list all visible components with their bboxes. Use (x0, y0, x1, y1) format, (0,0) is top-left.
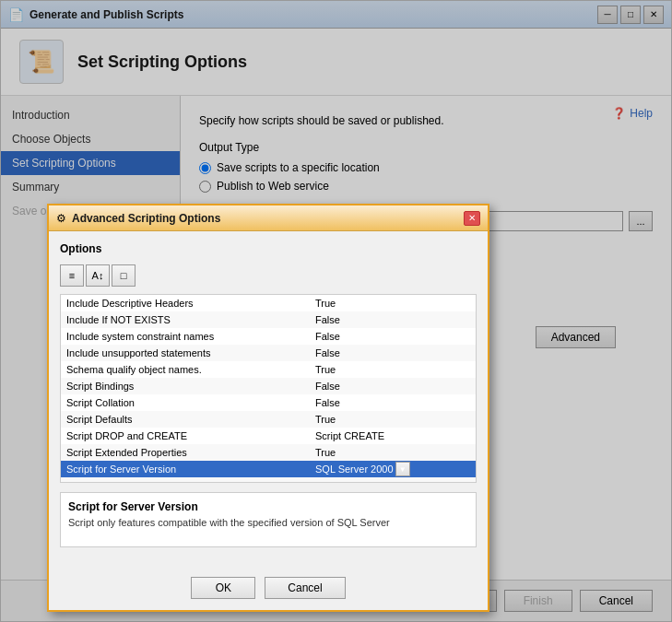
table-row[interactable]: Script DefaultsTrue (61, 411, 476, 428)
option-name: Include system constraint names (61, 328, 310, 345)
table-row[interactable]: Script for Server VersionSQL Server 2000… (61, 461, 476, 477)
option-name: Schema qualify object names. (61, 361, 310, 378)
dialog-title: Advanced Scripting Options (72, 212, 458, 225)
option-name: Script Extended Properties (61, 444, 310, 461)
option-value: True (310, 411, 476, 428)
dialog-ok-button[interactable]: OK (191, 577, 255, 599)
option-value: True (310, 295, 476, 311)
dialog-title-bar: ⚙ Advanced Scripting Options ✕ (49, 205, 488, 231)
table-row[interactable]: Script BindingsFalse (61, 378, 476, 394)
table-row[interactable]: Include unsupported statementsFalse (61, 345, 476, 361)
option-name: Script DROP and CREATE (61, 428, 310, 444)
option-name: Script for Server Version (61, 461, 310, 477)
table-row[interactable]: Script DROP and CREATEScript CREATE (61, 428, 476, 444)
toolbar-az-btn[interactable]: A↕ (86, 264, 110, 287)
main-window: 📄 Generate and Publish Scripts ─ □ ✕ 📜 S… (0, 0, 672, 622)
toolbar-sort-btn[interactable]: ≡ (60, 264, 84, 287)
option-value: False (310, 311, 476, 328)
dialog-body: Options ≡ A↕ □ Include Descriptive Heade… (49, 231, 488, 569)
option-name: Include unsupported statements (61, 345, 310, 361)
option-value: True (310, 361, 476, 378)
dropdown-arrow-icon[interactable]: ▼ (395, 462, 410, 476)
option-name: Script Defaults (61, 411, 310, 428)
option-name: Script for the database engine type (61, 477, 310, 483)
table-row[interactable]: Include system constraint namesFalse (61, 328, 476, 345)
table-row[interactable]: Include Descriptive HeadersTrue (61, 295, 476, 311)
table-row[interactable]: Script Extended PropertiesTrue (61, 444, 476, 461)
option-value: False (310, 378, 476, 394)
option-value: Script CREATE (310, 428, 476, 444)
options-label: Options (60, 242, 477, 255)
options-toolbar: ≡ A↕ □ (60, 264, 477, 287)
description-title: Script for Server Version (68, 500, 468, 513)
table-row[interactable]: Schema qualify object names.True (61, 361, 476, 378)
options-table: Include Descriptive HeadersTrueInclude I… (61, 295, 476, 483)
dialog-close-button[interactable]: ✕ (464, 211, 480, 226)
dialog-overlay: ⚙ Advanced Scripting Options ✕ Options ≡… (1, 1, 671, 621)
option-name: Include If NOT EXISTS (61, 311, 310, 328)
table-row[interactable]: Include If NOT EXISTSFalse (61, 311, 476, 328)
toolbar-view-btn[interactable]: □ (112, 264, 136, 287)
dialog-icon: ⚙ (56, 212, 66, 225)
option-value: False (310, 394, 476, 411)
option-value[interactable]: SQL Server 2000▼ (310, 461, 476, 477)
option-value: False (310, 328, 476, 345)
option-name: Script Bindings (61, 378, 310, 394)
option-value: True (310, 444, 476, 461)
description-box: Script for Server Version Script only fe… (60, 492, 477, 547)
option-value: Stand-alone instance (310, 477, 476, 483)
option-value: False (310, 345, 476, 361)
advanced-dialog: ⚙ Advanced Scripting Options ✕ Options ≡… (47, 204, 489, 612)
table-row[interactable]: Script for the database engine typeStand… (61, 477, 476, 483)
options-table-container[interactable]: Include Descriptive HeadersTrueInclude I… (60, 294, 477, 483)
table-row[interactable]: Script CollationFalse (61, 394, 476, 411)
dialog-footer: OK Cancel (49, 569, 488, 610)
option-name: Include Descriptive Headers (61, 295, 310, 311)
version-dropdown[interactable]: SQL Server 2000▼ (315, 462, 470, 476)
dialog-cancel-button[interactable]: Cancel (265, 577, 345, 599)
description-text: Script only features compatible with the… (68, 517, 468, 528)
option-name: Script Collation (61, 394, 310, 411)
